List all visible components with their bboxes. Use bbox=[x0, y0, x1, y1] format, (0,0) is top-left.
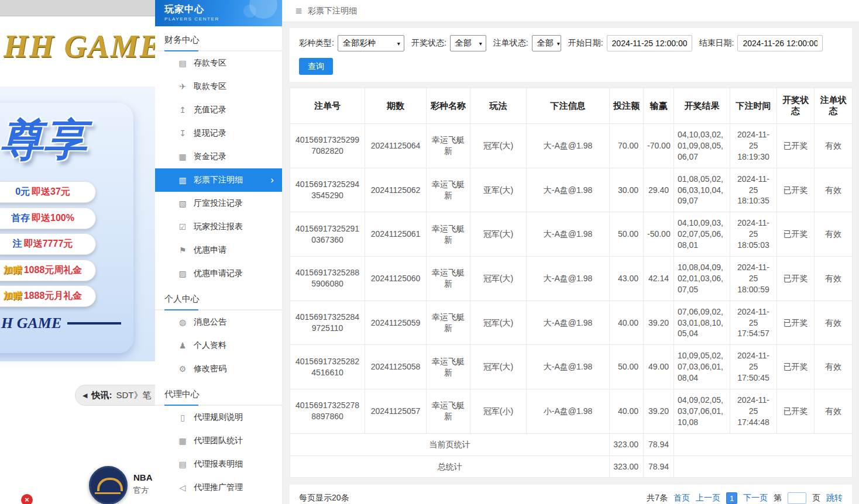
sidebar-item-agent-team[interactable]: ▦代理团队统计 bbox=[155, 429, 282, 453]
sidebar-item-profile[interactable]: ♟个人资料 bbox=[155, 334, 282, 357]
cell-bet-time: 2024-11-25 18:10:35 bbox=[730, 168, 777, 212]
col-header-period: 期数 bbox=[365, 88, 427, 124]
table-row: 40156917325288590608020241125060幸运飞艇新冠军(… bbox=[290, 257, 853, 301]
pager: 共7条 首页 上一页 1 下一页 第 页 跳转 bbox=[647, 492, 843, 504]
draw-status-label: 开奖状态: bbox=[411, 38, 446, 49]
cell-play-type: 冠军(大) bbox=[470, 345, 527, 389]
promo-pill[interactable]: 加赠1888元月礼金 bbox=[0, 285, 96, 307]
current-page[interactable]: 1 bbox=[726, 492, 737, 504]
cell-order-status: 有效 bbox=[815, 345, 853, 389]
profile-icon: ♟ bbox=[177, 341, 188, 350]
cell-bet-amount: 40.00 bbox=[610, 301, 644, 345]
menu-toggle-icon[interactable]: ≡ bbox=[296, 5, 302, 18]
start-date-input[interactable] bbox=[607, 35, 692, 51]
cell-draw-result: 04,10,03,02,01,09,08,05,06,07 bbox=[674, 124, 730, 168]
speaker-icon: ◀ bbox=[83, 392, 87, 399]
topbar: ≡ 彩票下注明细 bbox=[283, 0, 859, 22]
cell-order-status: 有效 bbox=[815, 257, 853, 301]
close-icon[interactable]: × bbox=[21, 494, 33, 504]
cell-order-id: 401569173252849725110 bbox=[290, 301, 365, 345]
sidebar-item-label: 代理推广管理 bbox=[194, 482, 243, 493]
col-header-lottery-name: 彩种名称 bbox=[427, 88, 470, 124]
cell-bet-time: 2024-11-25 18:00:59 bbox=[730, 257, 777, 301]
summary-label: 当前页统计 bbox=[290, 433, 610, 455]
sidebar-item-agent-rules[interactable]: ▯代理规则说明 bbox=[155, 406, 282, 429]
cell-bet-time: 2024-11-25 17:50:45 bbox=[730, 345, 777, 389]
background-site: HH GAME 尊享 0元即送37元首存即送100%注即送7777元加赠1088… bbox=[0, 0, 155, 504]
funds-record-icon: ▦ bbox=[177, 152, 188, 161]
sidebar-item-label: 修改密码 bbox=[194, 364, 226, 374]
cell-bet-info: 大-A盘@1.98 bbox=[527, 257, 610, 301]
cell-draw-status: 已开奖 bbox=[777, 389, 815, 434]
sidebar-item-label: 代理团队统计 bbox=[194, 436, 243, 446]
draw-status-select[interactable]: 全部 ▾ bbox=[450, 35, 486, 51]
sidebar-item-hall-bet-record[interactable]: ▧厅室投注记录 bbox=[155, 192, 282, 215]
cell-order-id: 401569173252788897860 bbox=[290, 389, 365, 434]
sidebar-item-message[interactable]: ◍消息公告 bbox=[155, 310, 282, 334]
sidebar-item-label: 彩票下注明细 bbox=[194, 175, 243, 185]
promo-pill-prefix: 加赠 bbox=[4, 264, 22, 277]
sidebar-item-label: 玩家投注报表 bbox=[194, 222, 243, 232]
cell-win-loss: 42.14 bbox=[644, 257, 674, 301]
promo-apply-icon: ⚑ bbox=[177, 246, 188, 255]
sidebar-item-agent-promo[interactable]: ◁代理推广管理 bbox=[155, 476, 282, 499]
cell-bet-info: 大-A盘@1.98 bbox=[527, 212, 610, 257]
sidebar-item-promo-apply[interactable]: ⚑优惠申请 bbox=[155, 239, 282, 262]
promo-pill-text: 1888元月礼金 bbox=[24, 290, 83, 302]
ticker-text: SDT》笔 bbox=[116, 390, 151, 401]
end-date-input[interactable] bbox=[737, 35, 823, 51]
cell-draw-status: 已开奖 bbox=[777, 257, 815, 301]
cell-bet-time: 2024-11-25 18:05:03 bbox=[730, 212, 777, 257]
sidebar-item-withdraw[interactable]: ✈取款专区 bbox=[155, 75, 282, 98]
jump-page-input[interactable] bbox=[788, 492, 806, 504]
sidebar-item-agent-report[interactable]: ▤代理报表明细 bbox=[155, 453, 282, 476]
cell-bet-info: 大-A盘@1.98 bbox=[527, 301, 610, 345]
cell-period: 20241125058 bbox=[365, 345, 427, 389]
table-header-row: 注单号期数彩种名称玩法下注信息投注额输赢开奖结果下注时间开奖状态注单状态 bbox=[290, 88, 853, 124]
sidebar: 玩家中心 PLAYERS CENTER 财务中心▤存款专区✈取款专区↥充值记录↧… bbox=[155, 0, 283, 504]
prev-page-link[interactable]: 上一页 bbox=[696, 493, 720, 503]
order-status-select[interactable]: 全部 ▾ bbox=[532, 35, 561, 51]
cell-win-loss: -50.00 bbox=[644, 212, 674, 257]
sidebar-item-player-bet-report[interactable]: ☑玩家投注报表 bbox=[155, 215, 282, 239]
chevron-down-icon: ▾ bbox=[557, 40, 560, 47]
ticker-label: 快讯: bbox=[91, 390, 112, 401]
cell-lottery-name: 幸运飞艇新 bbox=[427, 345, 470, 389]
cell-bet-amount: 40.00 bbox=[610, 389, 644, 434]
first-page-link[interactable]: 首页 bbox=[674, 493, 690, 503]
cell-draw-status: 已开奖 bbox=[777, 168, 815, 212]
cell-order-id: 401569173252824516610 bbox=[290, 345, 365, 389]
cell-play-type: 亚军(大) bbox=[470, 168, 527, 212]
order-status-value: 全部 bbox=[537, 38, 554, 49]
sidebar-item-deposit[interactable]: ▤存款专区 bbox=[155, 51, 282, 75]
chevron-down-icon: ▾ bbox=[397, 40, 400, 47]
background-top-strip bbox=[0, 0, 155, 16]
sidebar-item-label: 充值记录 bbox=[194, 105, 226, 115]
lottery-type-label: 彩种类型: bbox=[299, 38, 334, 49]
col-header-bet-amount: 投注额 bbox=[610, 88, 644, 124]
promo-pill[interactable]: 加赠1088元周礼金 bbox=[0, 260, 96, 281]
sidebar-item-lottery-bet-detail[interactable]: ▥彩票下注明细› bbox=[155, 168, 282, 192]
sidebar-item-recharge-record[interactable]: ↥充值记录 bbox=[155, 98, 282, 122]
lottery-type-select[interactable]: 全部彩种 ▾ bbox=[338, 35, 404, 51]
promo-pill[interactable]: 首存即送100% bbox=[0, 208, 96, 229]
lottery-bet-detail-icon: ▥ bbox=[177, 175, 188, 185]
sidebar-item-funds-record[interactable]: ▦资金记录 bbox=[155, 145, 282, 168]
sidebar-item-password[interactable]: ⚙修改密码 bbox=[155, 357, 282, 381]
sidebar-item-withdrawal-record[interactable]: ↧提现记录 bbox=[155, 122, 282, 145]
summary-winloss-total: 78.94 bbox=[644, 433, 674, 455]
chevron-down-icon: ▾ bbox=[479, 40, 482, 47]
table-row: 40156917325294354529020241125062幸运飞艇新亚军(… bbox=[290, 168, 853, 212]
query-button[interactable]: 查询 bbox=[299, 58, 333, 75]
sidebar-item-promo-apply-record[interactable]: ▨优惠申请记录 bbox=[155, 262, 282, 285]
sidebar-item-label: 优惠申请记录 bbox=[194, 268, 243, 279]
jump-button[interactable]: 跳转 bbox=[826, 493, 843, 503]
promo-pill[interactable]: 0元即送37元 bbox=[0, 181, 96, 203]
next-page-link[interactable]: 下一页 bbox=[743, 493, 768, 503]
promo-pill[interactable]: 注即送7777元 bbox=[0, 233, 96, 255]
sidebar-item-label: 存款专区 bbox=[194, 58, 226, 68]
cell-bet-amount: 43.00 bbox=[610, 257, 644, 301]
cell-bet-time: 2024-11-25 17:54:57 bbox=[730, 301, 777, 345]
cell-play-type: 冠军(大) bbox=[470, 301, 527, 345]
bet-table: 注单号期数彩种名称玩法下注信息投注额输赢开奖结果下注时间开奖状态注单状态 401… bbox=[290, 88, 853, 478]
